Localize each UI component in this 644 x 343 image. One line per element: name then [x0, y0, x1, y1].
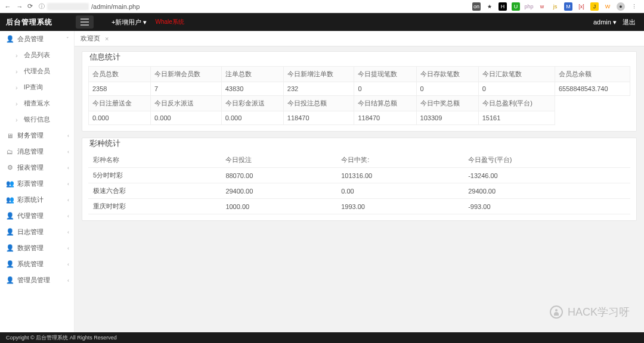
- stats-head: 今日汇款笔数: [478, 67, 555, 82]
- sidebar-icon: 👤: [6, 260, 14, 268]
- app-topbar: 后台管理系统 +新增用户 ▾ Whale系统 admin ▾ 退出: [0, 13, 644, 31]
- info-stats-title: 信息统计: [87, 52, 123, 63]
- ext-icon[interactable]: U: [512, 2, 520, 11]
- forward-button[interactable]: →: [16, 2, 24, 11]
- logout-button[interactable]: 退出: [623, 18, 636, 27]
- sidebar-icon: 👤: [6, 276, 14, 284]
- info-stats-table: 会员总数今日新增会员数注单总数今日新增注单数今日提现笔数今日存款笔数今日汇款笔数…: [88, 66, 630, 125]
- account-menu[interactable]: admin ▾: [593, 18, 617, 26]
- sidebar-subitem-label: IP查询: [24, 83, 43, 92]
- sidebar-item-5[interactable]: 👥彩票统计‹: [0, 192, 74, 208]
- stats-head: 今日新增注单数: [283, 67, 354, 82]
- stats-value: 重庆时时彩: [88, 199, 221, 214]
- sidebar-item-6[interactable]: 👤代理管理‹: [0, 208, 74, 224]
- brand-title: 后台管理系统: [0, 17, 75, 27]
- tab-bar: 欢迎页 ×: [75, 31, 644, 46]
- sidebar-item-2[interactable]: 🗂消息管理‹: [0, 144, 74, 160]
- stats-value: 0: [478, 82, 555, 96]
- stats-head: 今日盈亏(平台): [463, 152, 630, 168]
- sidebar-item-0[interactable]: 👤会员管理˅: [0, 31, 74, 47]
- stats-value: 5分时时彩: [88, 168, 221, 183]
- stats-head: 今日投注: [221, 152, 336, 168]
- tab-welcome[interactable]: 欢迎页: [80, 34, 100, 43]
- ext-icon[interactable]: M: [564, 2, 572, 11]
- sidebar-item-10[interactable]: 👤管理员管理‹: [0, 272, 74, 288]
- stats-value: 7: [151, 82, 222, 96]
- reload-button[interactable]: ⟳: [27, 2, 33, 10]
- site-info-icon: ⓘ: [39, 2, 45, 11]
- kebab-menu-icon[interactable]: ⋮: [630, 2, 638, 11]
- sidebar-subitem-0-3[interactable]: ›稽查返水: [0, 95, 74, 111]
- chevron-icon: ‹: [67, 245, 69, 251]
- info-stats-panel: 信息统计 会员总数今日新增会员数注单总数今日新增注单数今日提现笔数今日存款笔数今…: [82, 51, 637, 132]
- ext-icon[interactable]: w: [538, 2, 546, 11]
- sidebar-item-8[interactable]: 👤数据管理‹: [0, 240, 74, 256]
- stats-head: 会员总余额: [555, 67, 630, 82]
- stats-value: 29400.00: [221, 183, 336, 199]
- bookmark-icon[interactable]: ★: [485, 2, 494, 11]
- ext-icon[interactable]: js: [551, 2, 559, 11]
- stats-value: 0.000: [89, 111, 151, 125]
- stats-head: 今日新增会员数: [151, 67, 222, 82]
- sidebar-icon: 👤: [6, 244, 14, 252]
- sidebar-subitem-0-1[interactable]: ›代理会员: [0, 63, 74, 79]
- bullet-icon: ›: [16, 68, 18, 75]
- stats-head: 今日注册送金: [89, 96, 151, 111]
- sidebar-item-4[interactable]: 👥彩票管理‹: [0, 176, 74, 192]
- stats-value: 6558848543.740: [555, 82, 630, 96]
- top-menu: +新增用户 ▾ Whale系统: [94, 18, 184, 27]
- ext-icon[interactable]: php: [525, 2, 533, 11]
- chevron-icon: ‹: [67, 165, 69, 171]
- add-user-menu[interactable]: +新增用户 ▾: [112, 18, 147, 27]
- ext-icon[interactable]: H: [499, 2, 507, 11]
- stats-value: 103309: [416, 111, 478, 125]
- bullet-icon: ›: [16, 84, 18, 91]
- sidebar-icon: ⚙: [6, 164, 14, 172]
- profile-avatar-icon[interactable]: ●: [617, 2, 625, 11]
- chevron-icon: ‹: [67, 133, 69, 139]
- bullet-icon: ›: [16, 52, 18, 59]
- sidebar-subitem-0-2[interactable]: ›IP查询: [0, 79, 74, 95]
- back-button[interactable]: ←: [4, 2, 12, 11]
- stats-value: 0: [416, 82, 478, 96]
- ext-icon[interactable]: on: [472, 2, 481, 11]
- sidebar-icon: 🗂: [6, 148, 14, 155]
- stats-value: 232: [283, 82, 354, 96]
- sidebar-item-label: 代理管理: [17, 211, 44, 220]
- stats-head: 今日存款笔数: [416, 67, 478, 82]
- sidebar-subitem-0-4[interactable]: ›银行信息: [0, 111, 74, 127]
- close-tab-icon[interactable]: ×: [104, 35, 110, 42]
- ext-icon[interactable]: [x]: [577, 2, 586, 11]
- ext-icon[interactable]: J: [590, 2, 599, 11]
- lottery-stats-panel: 彩种统计 彩种名称今日投注今日中奖:今日盈亏(平台)5分时时彩88070.001…: [82, 138, 637, 221]
- bullet-icon: ›: [16, 100, 18, 107]
- sidebar-subitem-0-0[interactable]: ›会员列表: [0, 47, 74, 63]
- system-tag: Whale系统: [155, 18, 184, 26]
- chevron-icon: ‹: [67, 197, 69, 203]
- stats-value: 0.000: [151, 111, 222, 125]
- url-path: /admin/main.php: [91, 3, 140, 10]
- sidebar-icon: 🖥: [6, 132, 14, 139]
- sidebar-item-7[interactable]: 👤日志管理‹: [0, 224, 74, 240]
- stats-value: 101316.00: [336, 168, 463, 183]
- url-bar[interactable]: ⓘ /admin/main.php: [36, 1, 469, 12]
- chevron-icon: ‹: [67, 149, 69, 155]
- sidebar-item-9[interactable]: 👤系统管理‹: [0, 256, 74, 272]
- sidebar-item-label: 数据管理: [17, 244, 44, 252]
- chevron-icon: ‹: [67, 261, 69, 267]
- chevron-icon: ‹: [67, 277, 69, 283]
- stats-value: 0.000: [221, 111, 283, 125]
- stats-head: 注单总数: [221, 67, 283, 82]
- lottery-stats-table: 彩种名称今日投注今日中奖:今日盈亏(平台)5分时时彩88070.00101316…: [88, 152, 630, 214]
- stats-value: -13246.00: [463, 168, 630, 183]
- sidebar-item-label: 会员管理: [17, 35, 44, 43]
- stats-value: 0: [354, 82, 416, 96]
- stats-head: 今日投注总额: [283, 96, 354, 111]
- sidebar-toggle[interactable]: [76, 15, 94, 29]
- sidebar-item-label: 消息管理: [17, 147, 44, 156]
- ext-icon[interactable]: W: [603, 2, 612, 11]
- top-right: admin ▾ 退出: [593, 18, 644, 27]
- sidebar-item-1[interactable]: 🖥财务管理‹: [0, 127, 74, 144]
- stats-head: 今日结算总额: [354, 96, 416, 111]
- sidebar-item-3[interactable]: ⚙报表管理‹: [0, 160, 74, 176]
